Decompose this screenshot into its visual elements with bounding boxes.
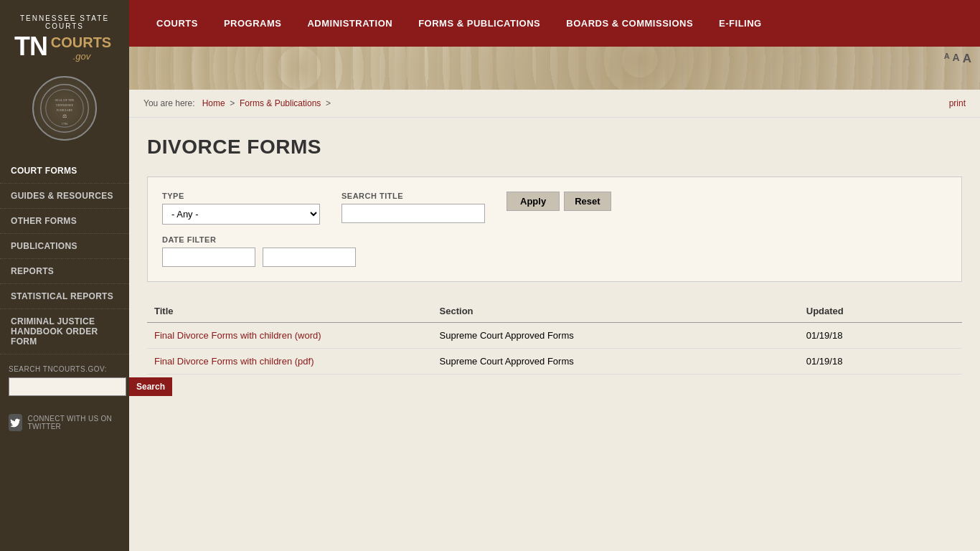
cell-section: Supreme Court Approved Forms [433, 349, 799, 375]
breadcrumb-forms-publications[interactable]: Forms & Publications [240, 98, 321, 108]
nav-e-filing[interactable]: E-FILING [706, 18, 775, 29]
nav-administration[interactable]: ADMINISTRATION [294, 18, 405, 29]
table-row: Final Divorce Forms with children (word)… [147, 323, 962, 349]
sidebar-navigation: COURT FORMS GUIDES & RESOURCES OTHER FOR… [0, 159, 129, 354]
type-filter-group: TYPE - Any - [162, 192, 320, 225]
sidebar-item-guides-resources[interactable]: GUIDES & RESOURCES [0, 184, 129, 209]
form-link[interactable]: Final Divorce Forms with children (pdf) [154, 356, 314, 367]
filter-box: TYPE - Any - SEARCH TITLE Apply Reset DA… [147, 176, 962, 282]
page-title: DIVORCE FORMS [147, 136, 962, 159]
cell-updated: 01/19/18 [799, 323, 962, 349]
form-link[interactable]: Final Divorce Forms with children (word) [154, 330, 321, 341]
font-size-controls: A A A [944, 52, 971, 65]
cell-title: Final Divorce Forms with children (word) [147, 323, 433, 349]
table-row: Final Divorce Forms with children (pdf) … [147, 349, 962, 375]
font-size-small[interactable]: A [944, 52, 950, 65]
cell-section: Supreme Court Approved Forms [433, 323, 799, 349]
col-header-updated: Updated [799, 300, 962, 323]
content-area: DIVORCE FORMS TYPE - Any - SEARCH TITLE … [129, 118, 980, 551]
logo-courts: COURTS [51, 34, 111, 50]
sidebar-item-statistical-reports[interactable]: STATISTICAL REPORTS [0, 284, 129, 309]
sidebar-search-label: SEARCH TNCOURTS.GOV: [9, 365, 121, 373]
top-navigation: COURTS PROGRAMS ADMINISTRATION FORMS & P… [129, 0, 980, 47]
site-name-small: TENNESSEE STATE COURTS [14, 14, 115, 30]
twitter-label: CONNECT WITH US ON TWITTER [28, 415, 121, 430]
search-title-group: SEARCH TITLE [341, 192, 485, 223]
sidebar-item-publications[interactable]: PUBLICATIONS [0, 234, 129, 259]
apply-button[interactable]: Apply [507, 192, 560, 211]
sidebar: TENNESSEE STATE COURTS TN COURTS .gov SE… [0, 0, 129, 551]
svg-text:⚖: ⚖ [62, 113, 67, 119]
sidebar-item-criminal-justice[interactable]: CRIMINAL JUSTICE HANDBOOK ORDER FORM [0, 309, 129, 354]
reset-button[interactable]: Reset [564, 192, 611, 211]
col-header-section: Section [433, 300, 799, 323]
date-filter-label: DATE FILTER [162, 235, 947, 244]
svg-text:SEAL OF THE: SEAL OF THE [55, 98, 75, 102]
nav-programs[interactable]: PROGRAMS [211, 18, 295, 29]
sidebar-search-button[interactable]: Search [129, 377, 172, 396]
sidebar-search-input[interactable] [9, 377, 126, 396]
nav-boards-commissions[interactable]: BOARDS & COMMISSIONS [553, 18, 706, 29]
type-filter-select[interactable]: - Any - [162, 204, 320, 225]
breadcrumb-home[interactable]: Home [202, 98, 225, 108]
font-size-medium[interactable]: A [953, 52, 960, 65]
search-title-label: SEARCH TITLE [341, 192, 485, 200]
svg-text:JUDICIARY: JUDICIARY [57, 108, 74, 112]
font-size-large[interactable]: A [963, 52, 971, 65]
cell-title: Final Divorce Forms with children (pdf) [147, 349, 433, 375]
type-filter-label: TYPE [162, 192, 320, 200]
filter-buttons: Apply Reset [507, 192, 611, 212]
sidebar-item-court-forms[interactable]: COURT FORMS [0, 159, 129, 184]
logo-gov: .gov [73, 51, 91, 62]
svg-text:TENNESSEE: TENNESSEE [56, 103, 74, 107]
sidebar-search-area: SEARCH TNCOURTS.GOV: Search [0, 354, 129, 407]
twitter-icon [9, 414, 22, 431]
main-content: You are here: Home > Forms & Publication… [129, 90, 980, 551]
header-banner: A A A [129, 47, 980, 90]
results-table: Title Section Updated Final Divorce Form… [147, 300, 962, 375]
nav-courts[interactable]: COURTS [143, 18, 211, 29]
cell-updated: 01/19/18 [799, 349, 962, 375]
sidebar-item-reports[interactable]: REPORTS [0, 259, 129, 284]
twitter-connect[interactable]: CONNECT WITH US ON TWITTER [0, 407, 129, 438]
svg-text:1796: 1796 [62, 122, 69, 126]
nav-forms-publications[interactable]: FORMS & PUBLICATIONS [405, 18, 553, 29]
seal: SEAL OF THE TENNESSEE JUDICIARY ⚖ 1796 [32, 76, 97, 141]
date-filter-to[interactable] [263, 248, 356, 267]
search-title-input[interactable] [341, 204, 485, 223]
breadcrumb-you-are-here: You are here: [143, 98, 195, 108]
col-header-title: Title [147, 300, 433, 323]
print-link[interactable]: print [949, 98, 966, 108]
logo-tn: TN [14, 32, 47, 62]
breadcrumb: You are here: Home > Forms & Publication… [129, 90, 980, 118]
date-filter-from[interactable] [162, 248, 255, 267]
site-logo: TENNESSEE STATE COURTS TN COURTS .gov [7, 7, 122, 65]
sidebar-item-other-forms[interactable]: OTHER FORMS [0, 209, 129, 234]
